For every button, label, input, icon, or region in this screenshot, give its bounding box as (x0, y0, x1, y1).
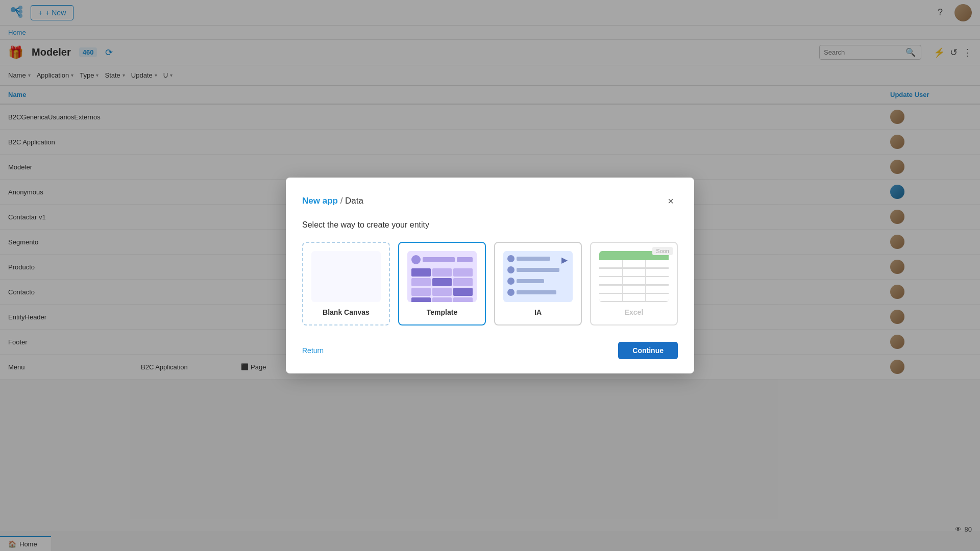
modal-overlay: New app / Data × Select the way to creat… (0, 0, 980, 551)
blank-canvas-illustration (311, 251, 381, 302)
modal-subtitle: Select the way to create your entity (302, 220, 678, 230)
modal-title: New app / Data (302, 196, 363, 206)
ia-illustration: ▶ (503, 251, 573, 302)
option-template[interactable]: Template (398, 242, 486, 325)
return-button[interactable]: Return (302, 346, 324, 355)
continue-button[interactable]: Continue (618, 342, 678, 359)
excel-illustration (599, 251, 669, 302)
option-ia[interactable]: ▶ (494, 242, 582, 325)
template-label: Template (427, 308, 457, 316)
template-illustration (407, 251, 477, 302)
options-row: Blank Canvas (302, 242, 678, 325)
ia-label: IA (534, 308, 542, 316)
modal: New app / Data × Select the way to creat… (286, 178, 694, 373)
close-button[interactable]: × (664, 194, 678, 208)
excel-label: Excel (625, 308, 644, 316)
blank-canvas-label: Blank Canvas (323, 308, 370, 316)
option-excel: Soon Excel (590, 242, 678, 325)
soon-badge: Soon (652, 247, 673, 255)
modal-footer: Return Continue (302, 342, 678, 359)
option-blank-canvas[interactable]: Blank Canvas (302, 242, 390, 325)
modal-header: New app / Data × (302, 194, 678, 208)
